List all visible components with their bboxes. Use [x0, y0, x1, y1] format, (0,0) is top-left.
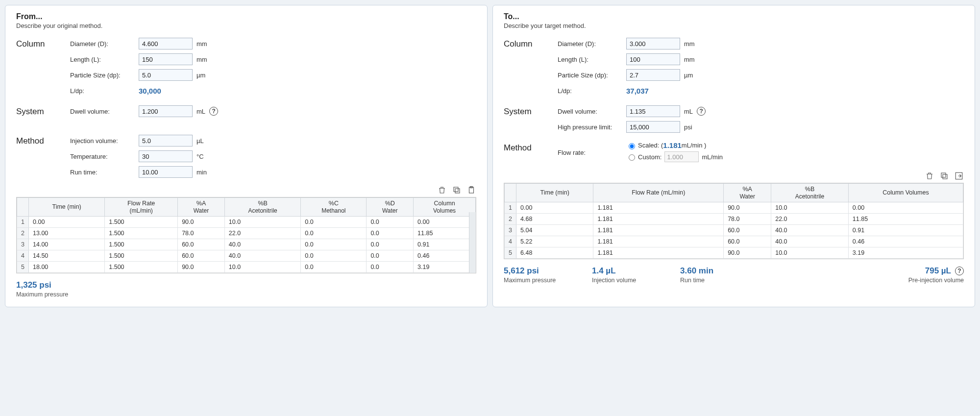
cell-c[interactable]: 0.0	[301, 239, 367, 250]
table-row[interactable]: 518.001.50090.010.00.00.03.19	[17, 262, 476, 273]
cell-a[interactable]: 90.0	[724, 202, 771, 214]
col-time[interactable]: Time (min)	[516, 184, 593, 202]
col-b[interactable]: %BAcetonitrile	[224, 198, 301, 217]
col-c[interactable]: %CMethanol	[301, 198, 367, 217]
to-hpl-input[interactable]	[626, 121, 680, 133]
to-dwell-input[interactable]	[626, 105, 680, 117]
cell-b[interactable]: 10.0	[224, 217, 301, 228]
help-icon[interactable]: ?	[955, 267, 964, 275]
cell-a[interactable]: 90.0	[178, 262, 225, 273]
scrollbar[interactable]	[469, 212, 476, 273]
cell-time[interactable]: 4.68	[516, 214, 593, 225]
col-time[interactable]: Time (min)	[29, 198, 105, 217]
cell-flow[interactable]: 1.181	[593, 247, 724, 259]
cell-c[interactable]: 0.0	[301, 217, 367, 228]
col-a[interactable]: %AWater	[724, 184, 771, 202]
cell-cv[interactable]: 0.91	[414, 239, 476, 250]
col-flow[interactable]: Flow Rate (mL/min)	[593, 184, 724, 202]
cell-b[interactable]: 10.0	[224, 262, 301, 273]
cell-cv[interactable]: 0.00	[414, 217, 476, 228]
cell-d[interactable]: 0.0	[367, 217, 414, 228]
help-icon[interactable]: ?	[209, 107, 218, 116]
cell-flow[interactable]: 1.500	[105, 228, 178, 239]
cell-time[interactable]: 5.22	[516, 236, 593, 247]
cell-time[interactable]: 0.00	[516, 202, 593, 214]
table-row[interactable]: 56.481.18190.010.03.19	[505, 247, 963, 259]
export-icon[interactable]	[954, 171, 964, 181]
table-row[interactable]: 24.681.18178.022.011.85	[505, 214, 963, 225]
cell-a[interactable]: 78.0	[178, 228, 225, 239]
to-particle-input[interactable]	[626, 69, 680, 81]
from-inj-input[interactable]	[139, 135, 193, 147]
cell-d[interactable]: 0.0	[367, 228, 414, 239]
cell-cv[interactable]: 0.91	[848, 225, 963, 236]
col-flow[interactable]: Flow Rate(mL/min)	[105, 198, 178, 217]
cell-time[interactable]: 18.00	[29, 262, 105, 273]
from-run-input[interactable]	[139, 166, 193, 178]
trash-icon[interactable]	[925, 171, 934, 181]
cell-b[interactable]: 40.0	[224, 239, 301, 250]
table-row[interactable]: 10.001.18190.010.00.00	[505, 202, 963, 214]
cell-a[interactable]: 60.0	[178, 250, 225, 262]
copy-icon[interactable]	[452, 185, 462, 195]
cell-time[interactable]: 13.00	[29, 228, 105, 239]
cell-cv[interactable]: 11.85	[848, 214, 963, 225]
cell-b[interactable]: 40.0	[224, 250, 301, 262]
flow-custom-input[interactable]	[664, 151, 699, 162]
paste-icon[interactable]	[466, 185, 476, 195]
cell-b[interactable]: 10.0	[771, 247, 849, 259]
cell-cv[interactable]: 3.19	[414, 262, 476, 273]
cell-a[interactable]: 60.0	[178, 239, 225, 250]
cell-a[interactable]: 78.0	[724, 214, 771, 225]
cell-time[interactable]: 5.04	[516, 225, 593, 236]
table-row[interactable]: 10.001.50090.010.00.00.00.00	[17, 217, 476, 228]
table-row[interactable]: 314.001.50060.040.00.00.00.91	[17, 239, 476, 250]
table-row[interactable]: 35.041.18160.040.00.91	[505, 225, 963, 236]
from-particle-input[interactable]	[139, 69, 193, 81]
cell-time[interactable]: 0.00	[29, 217, 105, 228]
cell-flow[interactable]: 1.500	[105, 217, 178, 228]
cell-time[interactable]: 14.50	[29, 250, 105, 262]
cell-cv[interactable]: 0.00	[848, 202, 963, 214]
cell-c[interactable]: 0.0	[301, 262, 367, 273]
col-cv[interactable]: Column Volumes	[848, 184, 963, 202]
flow-scaled-radio[interactable]	[629, 143, 635, 149]
col-cv[interactable]: ColumnVolumes	[414, 198, 476, 217]
cell-cv[interactable]: 3.19	[848, 247, 963, 259]
cell-b[interactable]: 40.0	[771, 236, 849, 247]
from-length-input[interactable]	[139, 53, 193, 65]
col-d[interactable]: %DWater	[367, 198, 414, 217]
trash-icon[interactable]	[437, 185, 447, 195]
cell-cv[interactable]: 11.85	[414, 228, 476, 239]
cell-a[interactable]: 90.0	[178, 217, 225, 228]
cell-flow[interactable]: 1.500	[105, 262, 178, 273]
cell-b[interactable]: 10.0	[771, 202, 849, 214]
col-a[interactable]: %AWater	[178, 198, 225, 217]
flow-custom-radio[interactable]	[629, 154, 635, 161]
help-icon[interactable]: ?	[697, 107, 706, 116]
to-diameter-input[interactable]	[626, 38, 680, 49]
cell-flow[interactable]: 1.181	[593, 202, 724, 214]
cell-b[interactable]: 22.0	[771, 214, 849, 225]
table-row[interactable]: 45.221.18160.040.00.46	[505, 236, 963, 247]
cell-flow[interactable]: 1.500	[105, 239, 178, 250]
cell-flow[interactable]: 1.500	[105, 250, 178, 262]
cell-time[interactable]: 14.00	[29, 239, 105, 250]
cell-c[interactable]: 0.0	[301, 250, 367, 262]
cell-flow[interactable]: 1.181	[593, 214, 724, 225]
cell-b[interactable]: 22.0	[224, 228, 301, 239]
cell-a[interactable]: 60.0	[724, 225, 771, 236]
cell-c[interactable]: 0.0	[301, 228, 367, 239]
table-row[interactable]: 414.501.50060.040.00.00.00.46	[17, 250, 476, 262]
from-dwell-input[interactable]	[139, 105, 193, 117]
cell-time[interactable]: 6.48	[516, 247, 593, 259]
cell-a[interactable]: 90.0	[724, 247, 771, 259]
to-length-input[interactable]	[626, 53, 680, 65]
copy-icon[interactable]	[939, 171, 949, 181]
cell-cv[interactable]: 0.46	[414, 250, 476, 262]
from-diameter-input[interactable]	[139, 38, 193, 49]
cell-d[interactable]: 0.0	[367, 262, 414, 273]
from-temp-input[interactable]	[139, 150, 193, 162]
cell-d[interactable]: 0.0	[367, 239, 414, 250]
cell-b[interactable]: 40.0	[771, 225, 849, 236]
